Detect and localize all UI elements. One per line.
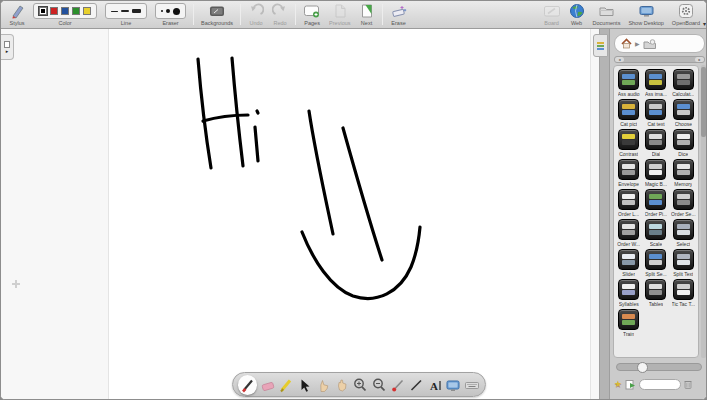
line-medium-option[interactable] [121, 10, 129, 12]
eraser-small-option[interactable] [161, 10, 163, 12]
line-tool[interactable] [408, 375, 425, 394]
selector-tool[interactable] [297, 375, 314, 394]
trash-icon[interactable] [684, 379, 692, 389]
library-item[interactable]: Calculat... [670, 69, 697, 99]
left-drawer-tab[interactable]: ▸ [1, 34, 14, 60]
app-label: Memory [674, 181, 692, 187]
next-button[interactable]: Next [355, 1, 379, 28]
color-label: Color [58, 20, 71, 26]
library-item[interactable]: Cat pict [615, 99, 642, 129]
scrollbar-thumb[interactable] [701, 67, 706, 137]
mode-buttons: Board Web Documents Show Desktop [539, 1, 704, 28]
pen-tool[interactable] [238, 375, 257, 395]
library-item[interactable]: Magic B... [642, 159, 669, 189]
documents-button[interactable]: Documents [589, 1, 625, 28]
color-swatch[interactable] [50, 7, 58, 15]
top-toolbar: Stylus Color Line Eraser [1, 1, 707, 29]
backgrounds-button[interactable]: Backgrounds [197, 1, 237, 28]
library-item[interactable]: Order L... [615, 189, 642, 219]
app-label: Tic Tac T... [672, 301, 696, 307]
redo-button[interactable]: Redo [268, 1, 292, 28]
app-icon [673, 189, 694, 210]
marker-tool[interactable] [278, 375, 295, 394]
new-folder-icon[interactable] [625, 379, 636, 390]
app-label: Order Se... [671, 211, 695, 217]
library-vertical-scrollbar[interactable] [701, 65, 706, 358]
library-item[interactable]: Envelope [615, 159, 642, 189]
eraser-tool[interactable] [259, 375, 276, 394]
board-button[interactable]: Board [539, 1, 565, 28]
eraser-large-option[interactable] [173, 8, 180, 15]
color-swatch[interactable] [72, 7, 80, 15]
library-item[interactable]: Split Text [670, 249, 697, 279]
erase-button[interactable]: Erase [386, 1, 412, 28]
app-icon [673, 69, 694, 90]
sidebar-resize-strip[interactable] [599, 29, 609, 400]
hand-tool[interactable] [334, 375, 351, 394]
keyboard-tool[interactable] [463, 375, 480, 394]
library-item[interactable]: Scale [642, 219, 669, 249]
favorites-star-icon[interactable]: ★ [614, 379, 622, 389]
laser-tool[interactable] [389, 375, 406, 394]
library-item[interactable]: Slider [615, 249, 642, 279]
library-item[interactable]: Choose [670, 99, 697, 129]
library-item[interactable]: Order Pi... [642, 189, 669, 219]
color-swatch[interactable] [39, 7, 47, 15]
color-swatch[interactable] [61, 7, 69, 15]
pages-button[interactable]: Pages [299, 1, 325, 28]
home-icon[interactable] [621, 38, 632, 49]
line-thick-option[interactable] [132, 9, 141, 13]
library-grid: Ass audioAss ima...Calculat...Cat pictCa… [614, 66, 698, 342]
library-search-input[interactable] [639, 379, 681, 390]
library-tab[interactable] [593, 34, 608, 57]
play-tool[interactable] [315, 375, 332, 394]
app-icon [618, 309, 639, 330]
toolbar-overflow-icon[interactable]: ▾ [703, 20, 706, 27]
app-label: Cat text [647, 121, 664, 127]
eraser-medium-option[interactable] [166, 9, 170, 13]
library-item[interactable]: Select [670, 219, 697, 249]
library-item[interactable]: Ass ima... [642, 69, 669, 99]
app-icon [645, 159, 666, 180]
openboard-menu-button[interactable]: OpenBoard [668, 1, 704, 28]
app-label: Order W... [617, 241, 640, 247]
library-item[interactable]: Dial [642, 129, 669, 159]
show-desktop-button[interactable]: Show Desktop [624, 1, 667, 28]
slider-thumb[interactable] [637, 362, 648, 373]
library-item[interactable]: Cat text [642, 99, 669, 129]
library-item[interactable]: Tic Tac T... [670, 279, 697, 309]
library-item[interactable]: Dice [670, 129, 697, 159]
capture-tool[interactable] [445, 375, 462, 394]
zoom-in-tool[interactable] [352, 375, 369, 394]
icon-size-slider[interactable] [616, 363, 702, 371]
next-label: Next [361, 20, 372, 26]
scroll-left-icon[interactable]: ◂ [615, 57, 624, 62]
scroll-right-icon[interactable]: ▸ [695, 57, 704, 62]
library-item[interactable]: Tables [642, 279, 669, 309]
library-item[interactable]: Contrast [615, 129, 642, 159]
color-swatch[interactable] [83, 7, 91, 15]
redo-icon [272, 3, 288, 19]
library-item[interactable]: Train [615, 309, 642, 339]
library-item[interactable]: Memory [670, 159, 697, 189]
backgrounds-label: Backgrounds [201, 20, 233, 26]
library-item[interactable]: Order Se... [670, 189, 697, 219]
zoom-out-tool[interactable] [371, 375, 388, 394]
app-label: Split Se... [645, 271, 666, 277]
text-tool[interactable]: A [426, 375, 443, 394]
line-thin-option[interactable] [111, 11, 118, 12]
library-item[interactable]: Order W... [615, 219, 642, 249]
previous-button[interactable]: Previous [325, 1, 354, 28]
documents-label: Documents [593, 20, 621, 26]
undo-button[interactable]: Undo [244, 1, 268, 28]
library-item[interactable]: Syllables [615, 279, 642, 309]
stylus-button[interactable]: Stylus [5, 1, 29, 28]
library-horizontal-scrollbar[interactable]: ◂ ▸ [614, 56, 705, 63]
library-item[interactable]: Ass audio [615, 69, 642, 99]
board-canvas[interactable]: ▸ A [1, 29, 599, 400]
web-button[interactable]: Web [565, 1, 589, 28]
applications-folder-icon[interactable] [643, 38, 657, 50]
app-icon [645, 99, 666, 120]
library-item[interactable]: Split Se... [642, 249, 669, 279]
library-breadcrumb[interactable]: ▶ [614, 34, 705, 53]
